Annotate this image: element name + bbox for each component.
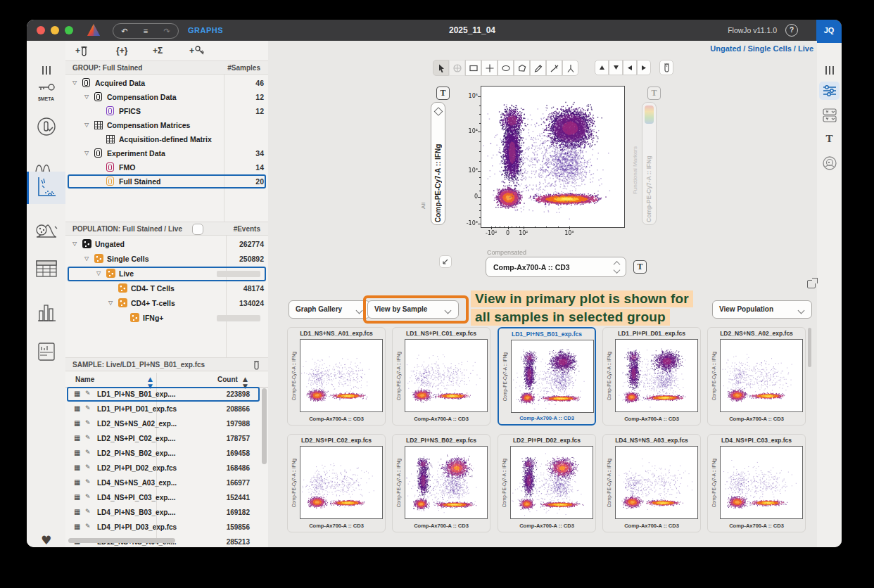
user-avatar[interactable]: JQ	[816, 20, 842, 41]
plot-options-sliders-icon[interactable]	[823, 84, 837, 97]
nav-down-button[interactable]	[609, 60, 623, 75]
gate-badge-icon[interactable]	[822, 155, 837, 171]
nav-up-button[interactable]	[595, 60, 609, 75]
view-by-dropdown[interactable]: View by Sample	[367, 300, 459, 319]
view-population-dropdown[interactable]: View Population	[712, 300, 812, 319]
graph-gallery-dropdown[interactable]: Graph Gallery	[289, 300, 370, 319]
thumbnail-plot-canvas[interactable]	[300, 446, 383, 519]
thumbnail-plot-canvas[interactable]	[720, 446, 803, 519]
disclosure-triangle-icon[interactable]: ▽	[72, 79, 77, 86]
minimize-window-button[interactable]	[51, 26, 59, 34]
thumbnail-plot-canvas[interactable]	[720, 339, 803, 412]
help-icon[interactable]: ?	[785, 24, 798, 37]
sample-row[interactable]: ▦✎LD1_PI+PI_D01_exp.fcs208866	[65, 402, 268, 416]
tab-graphs[interactable]: GRAPHS	[188, 26, 223, 34]
tree-row[interactable]: ▽Experiment Data34	[65, 146, 268, 160]
graph-window-icon[interactable]	[36, 176, 57, 198]
quadrant-circle-gate-button[interactable]	[449, 60, 465, 76]
disclosure-triangle-icon[interactable]: ▽	[72, 241, 77, 247]
gallery-thumbnail[interactable]: LD2_PI+PI_D02_exp.fcsComp-PE-Cy7-A :: IF…	[498, 434, 596, 532]
polygon-gate-button[interactable]	[514, 60, 530, 76]
qc-tube-icon[interactable]	[37, 117, 56, 136]
tree-row[interactable]: ▽Acquired Data46	[65, 76, 268, 90]
gallery-thumbnail[interactable]: LD1_NS+PI_C01_exp.fcsComp-PE-Cy7-A :: IF…	[392, 327, 490, 426]
count-column-header[interactable]: Count	[217, 376, 238, 383]
resize-plot-icon[interactable]	[439, 255, 452, 268]
bisector-gate-button[interactable]	[546, 60, 562, 76]
disclosure-triangle-icon[interactable]: ▽	[96, 270, 101, 276]
group-samples-column-header[interactable]: #Samples	[227, 64, 260, 72]
rectangle-gate-button[interactable]	[465, 60, 481, 76]
table-editor-icon[interactable]	[36, 260, 57, 277]
cell-population-icon[interactable]	[35, 218, 58, 239]
layout-editor-icon[interactable]	[37, 302, 56, 322]
tree-row[interactable]: ▽Compensation Data12	[65, 90, 268, 104]
sample-row[interactable]: ▦✎LD4_PI+NS_B03_exp....169182	[65, 505, 268, 520]
sample-tube-icon[interactable]	[253, 360, 260, 370]
breadcrumb[interactable]: Ungated / Single Cells / Live	[710, 44, 813, 53]
gallery-scrollbar[interactable]	[808, 328, 811, 367]
add-group-button[interactable]: {+}	[116, 43, 127, 58]
text-annotation-icon[interactable]: T	[825, 133, 832, 145]
disclosure-triangle-icon[interactable]: ▽	[84, 255, 89, 262]
menu-icon[interactable]: ≡	[144, 27, 148, 35]
x-axis-text-button[interactable]: T	[633, 260, 647, 274]
tree-row[interactable]: ▽CD4+ T-cells134024	[65, 296, 268, 310]
sample-row[interactable]: ▦✎LD2_PI+NS_B02_exp....169458	[65, 446, 268, 461]
tree-row[interactable]: IFNg+	[65, 311, 268, 325]
undo-icon[interactable]: ↶	[121, 27, 127, 36]
trisector-gate-button[interactable]	[562, 60, 578, 76]
disclosure-triangle-icon[interactable]: ▽	[84, 122, 89, 128]
sample-row[interactable]: ▦✎LD4_PI+PI_D03_exp.fcs159856	[65, 520, 268, 535]
population-checkbox[interactable]	[192, 224, 203, 235]
sample-horizontal-scrollbar[interactable]	[68, 538, 175, 543]
gallery-thumbnail[interactable]: LD1_NS+NS_A01_exp.fcsComp-PE-Cy7-A :: IF…	[287, 327, 386, 426]
gallery-thumbnail[interactable]: LD2_PI+NS_B02_exp.fcsComp-PE-Cy7-A :: IF…	[392, 434, 490, 532]
thumbnail-plot-canvas[interactable]	[615, 339, 698, 412]
gallery-thumbnail[interactable]: LD1_PI+NS_B01_exp.fcsComp-PE-Cy7-A :: IF…	[498, 327, 596, 426]
collapse-panel-icon[interactable]	[42, 66, 51, 75]
ellipse-gate-button[interactable]	[498, 60, 514, 76]
y-axis-parameter-button[interactable]: Comp-PE-Cy7-A :: IFNg	[431, 102, 445, 225]
gallery-thumbnail[interactable]: LD2_NS+PI_C02_exp.fcsComp-PE-Cy7-A :: IF…	[287, 434, 386, 532]
thumbnail-plot-canvas[interactable]	[405, 446, 488, 519]
tree-row[interactable]: Acquisition-defined Matrix	[65, 132, 268, 146]
gallery-thumbnail[interactable]: LD4_NS+NS_A03_exp.fcsComp-PE-Cy7-A :: IF…	[602, 434, 701, 532]
gallery-thumbnail[interactable]: LD4_NS+PI_C03_exp.fcsComp-PE-Cy7-A :: IF…	[707, 434, 806, 532]
add-statistic-button[interactable]: +Σ	[153, 43, 163, 58]
tree-row[interactable]: FMO14	[65, 160, 268, 174]
y-axis-text-button[interactable]: T	[436, 87, 450, 100]
nav-right-button[interactable]	[637, 60, 651, 75]
sample-row[interactable]: ▦✎LD4_NS+NS_A03_exp...166977	[65, 475, 268, 490]
thumbnail-plot-canvas[interactable]	[405, 339, 488, 412]
axis-selector-icon[interactable]	[823, 108, 837, 123]
add-keyword-button[interactable]: +	[189, 43, 205, 58]
disclosure-triangle-icon[interactable]: ▽	[84, 94, 89, 100]
sample-row[interactable]: ▦✎LD1_PI+NS_B01_exp....223898	[65, 387, 268, 402]
pointer-tool-button[interactable]	[433, 60, 449, 76]
sample-row[interactable]: ▦✎LD2_NS+PI_C02_exp....178757	[65, 431, 268, 446]
favorites-heart-icon[interactable]: ♥	[41, 533, 51, 547]
thumbnail-plot-canvas[interactable]	[510, 446, 593, 519]
sample-row[interactable]: ▦✎LD2_NS+NS_A02_exp...197988	[65, 416, 268, 431]
name-column-header[interactable]: Name	[75, 376, 94, 383]
add-sample-button[interactable]: +	[75, 43, 88, 58]
tree-row[interactable]: Full Stained20	[65, 174, 268, 188]
tree-row[interactable]: PFICS12	[65, 104, 268, 118]
tree-row[interactable]: ▽Single Cells250892	[65, 252, 268, 266]
collapse-right-panel-icon[interactable]	[825, 66, 834, 75]
popout-gallery-icon[interactable]	[807, 280, 816, 288]
sample-row[interactable]: ▦✎LD2_PI+PI_D02_exp.fcs168486	[65, 461, 268, 475]
tree-row[interactable]: CD4- T Cells48174	[65, 281, 268, 295]
tree-row[interactable]: ▽Compensation Matrices	[65, 118, 268, 132]
keywords-meta-icon[interactable]	[37, 83, 56, 94]
sample-tube-toggle-button[interactable]	[659, 60, 673, 75]
sample-row[interactable]: ▦✎LD4_NS+PI_C03_exp....152441	[65, 490, 268, 505]
primary-plot-canvas[interactable]	[481, 87, 623, 226]
report-icon[interactable]	[37, 342, 56, 362]
quad-gate-button[interactable]	[481, 60, 498, 76]
thumbnail-plot-canvas[interactable]	[615, 446, 698, 519]
nav-left-button[interactable]	[623, 60, 637, 75]
gallery-thumbnail[interactable]: LD2_NS+NS_A02_exp.fcsComp-PE-Cy7-A :: IF…	[707, 327, 806, 426]
disclosure-triangle-icon[interactable]: ▽	[108, 300, 113, 306]
